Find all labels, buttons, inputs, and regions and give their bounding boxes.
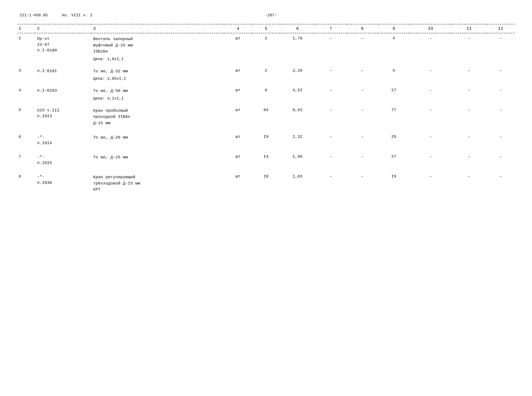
row-col10: –	[409, 151, 452, 167]
row-description: То же, Д-50 мм	[91, 85, 224, 95]
row-number: 2	[17, 33, 35, 56]
row-col11: –	[452, 66, 487, 76]
row-col7: –	[315, 66, 347, 76]
row-col10: –	[409, 105, 452, 128]
row-col9: 27	[378, 85, 409, 95]
row-col12: –	[487, 33, 515, 56]
table-row: 6-"- п.I0I4То же, Д-20 ммштI9I,32––25–––	[17, 132, 515, 147]
row-price: I,96	[280, 151, 315, 167]
row-col7: –	[315, 151, 347, 167]
row-col12: –	[487, 171, 515, 194]
main-table: I 2 3 4 5 6 7 8 9 IO II I2 2Пр-нт 23-07 …	[17, 24, 515, 198]
row-col8: –	[347, 171, 378, 194]
row-col8: –	[347, 33, 378, 56]
price-note: Цена: 1,6хI,I	[91, 56, 224, 66]
row-qty: 6	[252, 85, 280, 95]
col-header-12: I2	[487, 24, 515, 33]
row-price: I,32	[280, 132, 315, 147]
row-qty: 84	[252, 105, 280, 128]
row-col10: –	[409, 171, 452, 194]
table-row: 3п.I-018IТо же, Д-32 ммшт22,26––5–––	[17, 66, 515, 76]
row-col12: –	[487, 105, 515, 128]
row-col11: –	[452, 171, 487, 194]
row-code: п.I-018I	[35, 66, 91, 76]
row-col9: 5	[378, 66, 409, 76]
row-col10: –	[409, 85, 452, 95]
row-code: -"- п.I0I4	[35, 132, 91, 147]
row-qty: 2	[252, 33, 280, 56]
row-col11: –	[452, 151, 487, 167]
price-note: Цена: 2,05хI,I	[91, 76, 224, 85]
row-col8: –	[347, 85, 378, 95]
row-col9: 25	[378, 132, 409, 147]
row-description: Вентиль запорный муфтовый Д-25 мм I5Б1Бк	[91, 33, 224, 56]
row-description: Кран регулирующий трёхходовой Д-I5 мм КР…	[91, 171, 224, 194]
row-number: 4	[17, 85, 35, 95]
price-row: Цена: 1,6хI,I	[17, 56, 515, 66]
price-row: Цена: 4,IхI,I	[17, 95, 515, 105]
row-col7: –	[315, 171, 347, 194]
table-container: I 2 3 4 5 6 7 8 9 IO II I2 2Пр-нт 23-07 …	[17, 24, 515, 198]
row-col12: –	[487, 132, 515, 147]
col-header-9: 9	[378, 24, 409, 33]
row-description: То же, Д-32 мм	[91, 66, 224, 76]
col-header-11: II	[452, 24, 487, 33]
row-price: 0,92	[280, 105, 315, 128]
row-code: -"- п.I036	[35, 171, 91, 194]
row-code: -"- п.I0I5	[35, 151, 91, 167]
row-code: ССП ч.III п.I0I3	[35, 105, 91, 128]
row-col10: –	[409, 132, 452, 147]
col-header-8: 8	[347, 24, 378, 33]
row-number: 5	[17, 105, 35, 128]
page: 221-1-450.85 Аn. VIII ч. 2 -207-	[0, 0, 532, 396]
row-col9: 27	[378, 151, 409, 167]
row-col8: –	[347, 151, 378, 167]
row-col7: –	[315, 85, 347, 95]
row-col12: –	[487, 151, 515, 167]
spacer-row	[17, 194, 515, 198]
row-price: 2,26	[280, 66, 315, 76]
table-row: 4п.I-0183То же, Д-50 ммшт64,5I––27–––	[17, 85, 515, 95]
row-unit: шт	[224, 33, 252, 56]
header-subtitle: Аn. VIII ч. 2	[62, 13, 92, 17]
row-number: 8	[17, 171, 35, 194]
row-code: п.I-0183	[35, 85, 91, 95]
table-row: 7-"- п.I0I5То же, Д-25 ммштI4I,96––27–––	[17, 151, 515, 167]
col-header-3: 3	[91, 24, 224, 33]
spacer-row	[17, 128, 515, 132]
row-qty: I4	[252, 151, 280, 167]
col-header-2: 2	[35, 24, 91, 33]
row-col11: –	[452, 132, 487, 147]
col-header-10: IO	[409, 24, 452, 33]
row-price: 4,5I	[280, 85, 315, 95]
row-col8: –	[347, 66, 378, 76]
row-unit: шт	[224, 105, 252, 128]
row-col9: 4	[378, 33, 409, 56]
row-unit: шт	[224, 171, 252, 194]
price-note: Цена: 4,IхI,I	[91, 95, 224, 105]
row-col9: 77	[378, 105, 409, 128]
row-col12: –	[487, 66, 515, 76]
row-col7: –	[315, 132, 347, 147]
spacer-row	[17, 147, 515, 151]
price-row: Цена: 2,05хI,I	[17, 76, 515, 85]
table-row: 8-"- п.I036Кран регулирующий трёхходовой…	[17, 171, 515, 194]
row-number: 7	[17, 151, 35, 167]
row-col8: –	[347, 105, 378, 128]
row-col11: –	[452, 33, 487, 56]
column-headers: I 2 3 4 5 6 7 8 9 IO II I2	[17, 24, 515, 33]
row-col10: –	[409, 66, 452, 76]
table-row: 5ССП ч.III п.I0I3Кран пробковый проходно…	[17, 105, 515, 128]
header-left: 221-1-450.85 Аn. VIII ч. 2	[20, 13, 92, 17]
spacer-row	[17, 167, 515, 171]
row-qty: I8	[252, 171, 280, 194]
col-header-5: 5	[252, 24, 280, 33]
row-unit: шт	[224, 151, 252, 167]
row-number: 6	[17, 132, 35, 147]
row-number: 3	[17, 66, 35, 76]
row-description: То же, Д-20 мм	[91, 132, 224, 147]
row-col11: –	[452, 105, 487, 128]
row-description: Кран пробковый проходной IIБ6к Д-15 мм	[91, 105, 224, 128]
col-header-6: 6	[280, 24, 315, 33]
row-unit: шт	[224, 132, 252, 147]
